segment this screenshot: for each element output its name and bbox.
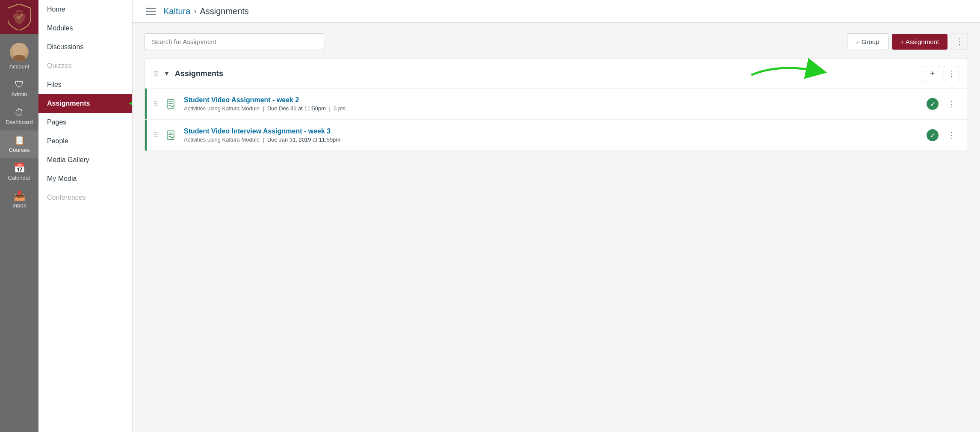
toolbar-kebab-button[interactable]: ⋮ [951, 33, 968, 50]
meta-course-1: Activities using Kaltura Module [184, 105, 260, 112]
courses-icon: 📋 [14, 136, 25, 145]
nav-inbox-label: Inbox [12, 202, 26, 209]
nav-calendar-label: Calendar [8, 175, 31, 181]
institution-logo: 1864 [0, 0, 38, 34]
course-nav-people[interactable]: People [38, 132, 132, 151]
nav-item-calendar[interactable]: 📅 Calendar [0, 158, 38, 186]
nav-dashboard-label: Dashboard [6, 119, 33, 125]
course-nav-conferences: Conferences [38, 188, 132, 207]
assignment-title-1[interactable]: Student Video Assignment - week 2 [184, 96, 921, 104]
avatar [10, 43, 29, 62]
course-nav-modules[interactable]: Modules [38, 19, 132, 38]
group-header-actions: + ⋮ [925, 66, 959, 81]
nav-item-courses[interactable]: 📋 Courses [0, 130, 38, 158]
row-drag-handle-1[interactable]: ⠿ [153, 100, 158, 108]
svg-text:1864: 1864 [16, 9, 23, 13]
row-info-1: Student Video Assignment - week 2 Activi… [184, 96, 921, 112]
toolbar-right: + Group + Assignment ⋮ [847, 33, 968, 50]
assignment-meta-1: Activities using Kaltura Module | Due De… [184, 105, 921, 112]
breadcrumb-link[interactable]: Kaltura [163, 6, 190, 16]
breadcrumb-current: Assignments [200, 6, 249, 16]
group-header: ⠿ ▼ Assignments + ⋮ [145, 59, 968, 89]
group-drag-handle[interactable]: ⠿ [153, 70, 159, 78]
nav-item-admin[interactable]: 🛡 Admin [0, 75, 38, 103]
group-add-button[interactable]: + [925, 66, 940, 81]
assignment-icon-2 [164, 128, 178, 142]
published-check-1: ✓ [927, 98, 939, 110]
hamburger-button[interactable] [145, 6, 157, 16]
row-kebab-button-1[interactable]: ⋮ [945, 98, 959, 110]
course-nav-discussions[interactable]: Discussions [38, 38, 132, 56]
table-row: ⠿ Student Video Interview Assignment - w… [145, 120, 968, 151]
calendar-icon: 📅 [14, 163, 25, 173]
svg-rect-4 [167, 100, 174, 108]
assignments-toolbar: + Group + Assignment ⋮ [145, 33, 968, 50]
nav-admin-label: Admin [12, 91, 27, 98]
assignment-title-2[interactable]: Student Video Interview Assignment - wee… [184, 127, 921, 135]
search-input[interactable] [145, 33, 324, 50]
inbox-icon: 📥 [14, 191, 25, 201]
nav-item-inbox[interactable]: 📥 Inbox [0, 186, 38, 214]
assignment-icon-1 [164, 97, 178, 111]
assignments-group: ⠿ ▼ Assignments + ⋮ ⠿ [145, 59, 968, 151]
course-nav-media-gallery[interactable]: Media Gallery [38, 151, 132, 169]
nav-item-dashboard[interactable]: ⏱ Dashboard [0, 103, 38, 130]
group-kebab-button[interactable]: ⋮ [944, 66, 959, 81]
nav-account-label: Account [9, 63, 30, 70]
course-nav-assignments[interactable]: Assignments [38, 94, 132, 113]
svg-rect-5 [167, 131, 174, 139]
icon-nav: 1864 Account 🛡 Admin ⏱ Dashboard 📋 Cours… [0, 0, 38, 432]
add-assignment-button[interactable]: + Assignment [892, 34, 948, 50]
course-nav-home[interactable]: Home [38, 0, 132, 19]
breadcrumb: Kaltura › Assignments [163, 6, 249, 16]
nav-courses-label: Courses [9, 147, 30, 153]
assignment-meta-2: Activities using Kaltura Module | Due Ja… [184, 136, 921, 143]
dashboard-icon: ⏱ [15, 108, 24, 117]
assignments-area: + Group + Assignment ⋮ ⠿ ▼ Assignments +… [133, 23, 980, 432]
published-check-2: ✓ [927, 129, 939, 141]
row-kebab-button-2[interactable]: ⋮ [945, 129, 959, 142]
course-nav-my-media[interactable]: My Media [38, 169, 132, 188]
group-title: Assignments [175, 69, 223, 78]
add-group-button[interactable]: + Group [847, 33, 888, 50]
meta-due-2: Due Jan 31, 2019 at 11:59pm [267, 136, 340, 143]
course-nav: Home Modules Discussions Quizzes Files A… [38, 0, 133, 432]
row-drag-handle-2[interactable]: ⠿ [153, 131, 158, 139]
meta-course-2: Activities using Kaltura Module [184, 136, 260, 143]
row-info-2: Student Video Interview Assignment - wee… [184, 127, 921, 143]
main-content: Kaltura › Assignments + Group + [133, 0, 980, 432]
breadcrumb-separator: › [194, 7, 196, 16]
top-bar: Kaltura › Assignments [133, 0, 980, 23]
course-nav-pages[interactable]: Pages [38, 113, 132, 132]
meta-due-1: Due Dec 31 at 11:59pm [267, 105, 326, 112]
nav-item-account[interactable]: Account [0, 38, 38, 75]
meta-pts-1: 5 pts [334, 105, 345, 112]
course-nav-quizzes: Quizzes [38, 56, 132, 75]
table-row: ⠿ Student Video Assignment - week 2 Acti… [145, 89, 968, 120]
course-nav-files[interactable]: Files [38, 75, 132, 94]
admin-icon: 🛡 [15, 80, 24, 89]
group-toggle-button[interactable]: ▼ [164, 70, 170, 77]
